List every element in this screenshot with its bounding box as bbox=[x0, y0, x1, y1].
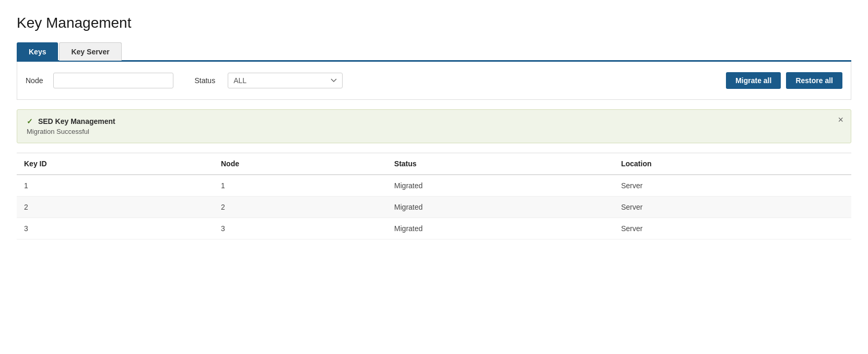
cell-node: 1 bbox=[214, 175, 387, 197]
table-row: 22MigratedServer bbox=[17, 197, 851, 218]
cell-key_id: 3 bbox=[17, 218, 214, 239]
table-row: 11MigratedServer bbox=[17, 175, 851, 197]
cell-node: 2 bbox=[214, 197, 387, 218]
table-header: Key ID Node Status Location bbox=[17, 153, 851, 175]
banner-close-button[interactable]: × bbox=[838, 115, 843, 124]
cell-location: Server bbox=[614, 175, 851, 197]
status-filter-label: Status bbox=[194, 76, 215, 85]
checkmark-icon: ✓ bbox=[27, 117, 33, 125]
tab-keys[interactable]: Keys bbox=[17, 42, 58, 61]
page-title: Key Management bbox=[17, 15, 851, 31]
tab-key-server[interactable]: Key Server bbox=[59, 42, 121, 61]
cell-key_id: 2 bbox=[17, 197, 214, 218]
col-header-location: Location bbox=[614, 153, 851, 175]
col-header-status: Status bbox=[387, 153, 614, 175]
actions-group: Migrate all Restore all bbox=[726, 72, 842, 89]
cell-node: 3 bbox=[214, 218, 387, 239]
cell-status: Migrated bbox=[387, 197, 614, 218]
cell-key_id: 1 bbox=[17, 175, 214, 197]
tabs-bar: Keys Key Server bbox=[17, 42, 851, 62]
table-body: 11MigratedServer22MigratedServer33Migrat… bbox=[17, 175, 851, 239]
cell-location: Server bbox=[614, 197, 851, 218]
page-container: Key Management Keys Key Server Node Stat… bbox=[0, 0, 868, 254]
restore-all-button[interactable]: Restore all bbox=[786, 72, 842, 89]
table-row: 33MigratedServer bbox=[17, 218, 851, 239]
status-filter-select[interactable]: ALL Migrated Local Error bbox=[228, 73, 343, 88]
keys-table: Key ID Node Status Location 11MigratedSe… bbox=[17, 153, 851, 239]
filter-bar: Node Status ALL Migrated Local Error Mig… bbox=[17, 62, 851, 100]
node-filter-label: Node bbox=[26, 76, 43, 85]
node-filter-input[interactable] bbox=[53, 73, 173, 88]
banner-title: ✓ SED Key Management bbox=[27, 117, 841, 125]
success-banner: ✓ SED Key Management Migration Successfu… bbox=[17, 109, 851, 143]
cell-status: Migrated bbox=[387, 175, 614, 197]
cell-status: Migrated bbox=[387, 218, 614, 239]
banner-message: Migration Successful bbox=[27, 128, 841, 135]
migrate-all-button[interactable]: Migrate all bbox=[726, 72, 781, 89]
cell-location: Server bbox=[614, 218, 851, 239]
col-header-key-id: Key ID bbox=[17, 153, 214, 175]
col-header-node: Node bbox=[214, 153, 387, 175]
